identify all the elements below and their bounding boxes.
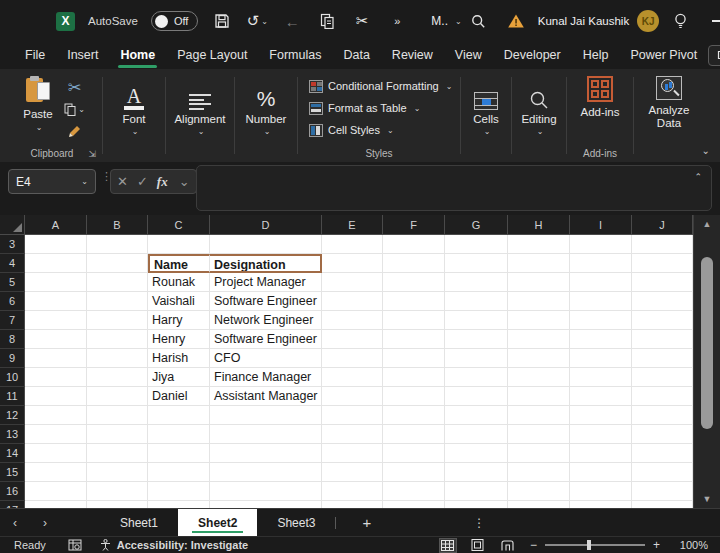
cell-H14[interactable] xyxy=(508,444,570,463)
cell-B15[interactable] xyxy=(87,463,148,482)
zoom-slider-thumb[interactable] xyxy=(587,540,591,550)
cell-H5[interactable] xyxy=(508,273,570,292)
cell-C3[interactable] xyxy=(148,235,210,254)
save-button[interactable] xyxy=(211,8,233,34)
cell-I3[interactable] xyxy=(570,235,632,254)
confirm-entry-button[interactable]: ✓ xyxy=(137,174,148,189)
cell-A10[interactable] xyxy=(25,368,87,387)
cell-I7[interactable] xyxy=(570,311,632,330)
cell-J4[interactable] xyxy=(632,254,693,273)
row-header-12[interactable]: 12 xyxy=(0,406,25,425)
cell-I6[interactable] xyxy=(570,292,632,311)
cell-C7[interactable]: Harry xyxy=(148,311,210,330)
cell-I11[interactable] xyxy=(570,387,632,406)
row-header-4[interactable]: 4 xyxy=(0,254,25,273)
column-header-J[interactable]: J xyxy=(632,215,693,235)
cell-I4[interactable] xyxy=(570,254,632,273)
ribbon-tab-page-layout[interactable]: Page Layout xyxy=(166,44,258,68)
cell-D17[interactable] xyxy=(210,501,322,508)
cell-E16[interactable] xyxy=(322,482,383,501)
autosave-toggle[interactable]: Off xyxy=(151,11,198,31)
cell-J17[interactable] xyxy=(632,501,693,508)
cell-G7[interactable] xyxy=(445,311,508,330)
cell-D16[interactable] xyxy=(210,482,322,501)
name-box[interactable]: E4 ⌄ xyxy=(8,169,96,194)
accessibility-button[interactable] xyxy=(100,539,111,551)
cell-B14[interactable] xyxy=(87,444,148,463)
sheet-tab-sheet1[interactable]: Sheet1 xyxy=(100,509,178,537)
cell-D6[interactable]: Software Engineer xyxy=(210,292,322,311)
cell-H16[interactable] xyxy=(508,482,570,501)
row-header-3[interactable]: 3 xyxy=(0,235,25,254)
cell-B6[interactable] xyxy=(87,292,148,311)
macro-record-button[interactable] xyxy=(68,539,82,551)
cell-B9[interactable] xyxy=(87,349,148,368)
ribbon-tab-view[interactable]: View xyxy=(444,44,493,68)
page-break-preview-button[interactable] xyxy=(500,539,516,552)
cell-E4[interactable] xyxy=(322,254,383,273)
format-as-table-button[interactable]: Format as Table⌄ xyxy=(306,97,455,119)
cell-H8[interactable] xyxy=(508,330,570,349)
cell-D15[interactable] xyxy=(210,463,322,482)
cell-I13[interactable] xyxy=(570,425,632,444)
coach-button[interactable] xyxy=(659,0,701,42)
cell-H11[interactable] xyxy=(508,387,570,406)
page-layout-view-button[interactable] xyxy=(470,539,486,552)
cell-I14[interactable] xyxy=(570,444,632,463)
cell-E10[interactable] xyxy=(322,368,383,387)
cell-I16[interactable] xyxy=(570,482,632,501)
cell-B5[interactable] xyxy=(87,273,148,292)
cell-E14[interactable] xyxy=(322,444,383,463)
collapse-ribbon-chevron[interactable]: ⌄ xyxy=(702,145,710,156)
zoom-in-button[interactable]: + xyxy=(653,538,660,552)
cell-D9[interactable]: CFO xyxy=(210,349,322,368)
number-group-button[interactable]: % Number ⌄ xyxy=(237,71,295,162)
cell-E6[interactable] xyxy=(322,292,383,311)
font-group-button[interactable]: A Font ⌄ xyxy=(105,71,163,162)
row-header-11[interactable]: 11 xyxy=(0,387,25,406)
cell-C4[interactable]: Name xyxy=(148,254,210,273)
row-header-14[interactable]: 14 xyxy=(0,444,25,463)
qat-overflow-button[interactable]: » xyxy=(386,8,408,34)
cell-H9[interactable] xyxy=(508,349,570,368)
cell-B16[interactable] xyxy=(87,482,148,501)
cell-G17[interactable] xyxy=(445,501,508,508)
row-header-10[interactable]: 10 xyxy=(0,368,25,387)
cell-B17[interactable] xyxy=(87,501,148,508)
cell-A14[interactable] xyxy=(25,444,87,463)
alignment-group-button[interactable]: Alignment ⌄ xyxy=(168,71,232,162)
cell-I5[interactable] xyxy=(570,273,632,292)
alert-button[interactable] xyxy=(496,0,536,42)
prev-sheet-arrow[interactable]: ‹ xyxy=(0,516,30,530)
row-header-9[interactable]: 9 xyxy=(0,349,25,368)
cell-J3[interactable] xyxy=(632,235,693,254)
ribbon-tab-file[interactable]: File xyxy=(14,44,56,68)
cell-D3[interactable] xyxy=(210,235,322,254)
cell-B10[interactable] xyxy=(87,368,148,387)
column-header-F[interactable]: F xyxy=(383,215,445,235)
cell-J5[interactable] xyxy=(632,273,693,292)
scroll-down-arrow-icon[interactable]: ▼ xyxy=(694,494,720,504)
cell-A15[interactable] xyxy=(25,463,87,482)
cell-G12[interactable] xyxy=(445,406,508,425)
zoom-slider[interactable] xyxy=(545,544,645,546)
cell-E9[interactable] xyxy=(322,349,383,368)
cut-button[interactable]: ✂ xyxy=(351,8,373,34)
cell-A6[interactable] xyxy=(25,292,87,311)
cell-C16[interactable] xyxy=(148,482,210,501)
cell-G3[interactable] xyxy=(445,235,508,254)
cell-F6[interactable] xyxy=(383,292,445,311)
cell-I10[interactable] xyxy=(570,368,632,387)
cell-G16[interactable] xyxy=(445,482,508,501)
ribbon-tab-developer[interactable]: Developer xyxy=(493,44,572,68)
cell-E13[interactable] xyxy=(322,425,383,444)
cell-F12[interactable] xyxy=(383,406,445,425)
ribbon-tab-home[interactable]: Home xyxy=(109,44,166,68)
cells-group-button[interactable]: Cells ⌄ xyxy=(463,71,509,162)
cell-G4[interactable] xyxy=(445,254,508,273)
cell-A9[interactable] xyxy=(25,349,87,368)
cell-J7[interactable] xyxy=(632,311,693,330)
ribbon-tab-insert[interactable]: Insert xyxy=(56,44,109,68)
cell-F8[interactable] xyxy=(383,330,445,349)
cell-E7[interactable] xyxy=(322,311,383,330)
